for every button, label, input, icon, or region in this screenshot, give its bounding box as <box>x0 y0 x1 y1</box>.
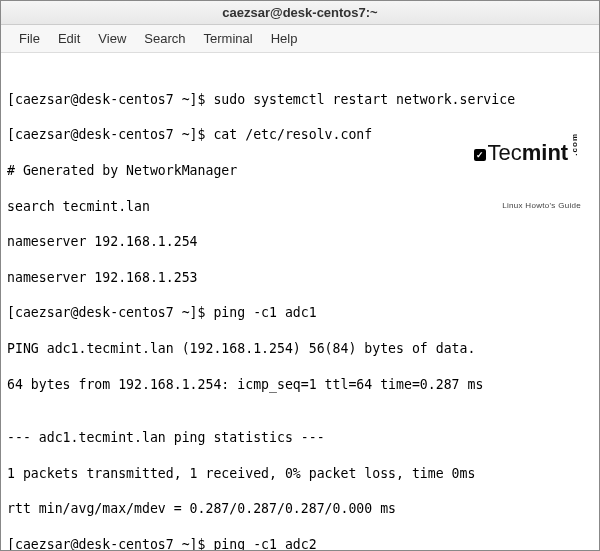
terminal-line: [caezsar@desk-centos7 ~]$ ping -c1 adc2 <box>7 536 593 550</box>
terminal-window: caezsar@desk-centos7:~ File Edit View Se… <box>0 0 600 551</box>
brand-prefix: Tec <box>488 139 522 164</box>
terminal-line: 1 packets transmitted, 1 received, 0% pa… <box>7 465 593 483</box>
brand-dotcom: .com <box>570 133 581 156</box>
watermark-tagline: Linux Howto's Guide <box>474 201 582 212</box>
terminal-line: nameserver 192.168.1.253 <box>7 269 593 287</box>
terminal-line: 64 bytes from 192.168.1.254: icmp_seq=1 … <box>7 376 593 394</box>
menu-terminal[interactable]: Terminal <box>196 29 261 48</box>
menu-help[interactable]: Help <box>263 29 306 48</box>
terminal-line: PING adc1.tecmint.lan (192.168.1.254) 56… <box>7 340 593 358</box>
menu-search[interactable]: Search <box>136 29 193 48</box>
terminal-line: [caezsar@desk-centos7 ~]$ ping -c1 adc1 <box>7 304 593 322</box>
terminal-line: --- adc1.tecmint.lan ping statistics --- <box>7 429 593 447</box>
terminal-line: rtt min/avg/max/mdev = 0.287/0.287/0.287… <box>7 500 593 518</box>
tecmint-watermark: ✓Tecmint.com Linux Howto's Guide <box>474 97 582 247</box>
terminal-output[interactable]: ✓Tecmint.com Linux Howto's Guide [caezsa… <box>1 53 599 550</box>
watermark-logo: ✓Tecmint.com <box>474 133 582 167</box>
menu-view[interactable]: View <box>90 29 134 48</box>
menu-file[interactable]: File <box>11 29 48 48</box>
window-title: caezsar@desk-centos7:~ <box>1 1 599 25</box>
menu-edit[interactable]: Edit <box>50 29 88 48</box>
brand-suffix: mint <box>522 139 568 164</box>
menubar: File Edit View Search Terminal Help <box>1 25 599 53</box>
